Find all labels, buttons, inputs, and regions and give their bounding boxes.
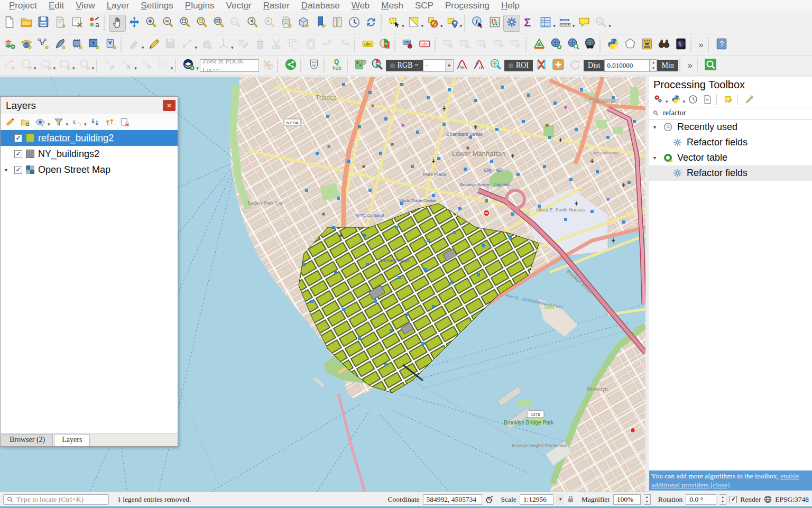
digitize-with-segment-button[interactable] — [179, 36, 196, 53]
geocoder-search-button[interactable]: Q — [593, 15, 610, 32]
remove-layer-button[interactable] — [118, 115, 132, 129]
scp-band-set-button[interactable] — [352, 57, 369, 74]
show-bookmarks-button[interactable] — [329, 15, 346, 32]
menu-raster[interactable]: Raster — [257, 1, 296, 11]
select-mesh-button[interactable] — [118, 57, 135, 74]
undo-button[interactable] — [319, 36, 336, 53]
styling-brush-button[interactable] — [4, 115, 17, 129]
filter-expression-dropdown[interactable]: ▾ — [84, 122, 87, 127]
collapse-all-button[interactable] — [103, 115, 117, 129]
layer-visibility-checkbox[interactable]: ✓ — [14, 150, 22, 158]
rotate-label-button[interactable] — [491, 36, 508, 53]
zoom-next-button[interactable] — [261, 15, 278, 32]
processing-toolbox-toggle-button[interactable] — [503, 15, 520, 32]
temporal-controller-button[interactable] — [346, 15, 363, 32]
python-dd-dropdown[interactable]: ▾ — [683, 99, 686, 104]
menu-plugins[interactable]: Plugins — [179, 1, 220, 11]
select-by-value-button[interactable] — [405, 15, 422, 32]
scp-spectral-plot-button[interactable]: % — [454, 57, 470, 74]
vertex-tool-button[interactable] — [198, 36, 215, 53]
zoom-to-layer-button[interactable] — [210, 15, 227, 32]
data-source-manager-button[interactable] — [1, 36, 18, 53]
add-virtual-layer-button[interactable] — [103, 36, 119, 53]
qgis-hub-button[interactable]: Qhub — [329, 57, 346, 74]
dock-tab-layers[interactable]: Layers — [54, 434, 90, 446]
pan-map-button[interactable] — [109, 15, 126, 32]
layout-manager-button[interactable] — [69, 15, 86, 32]
models-dropdown[interactable]: ▾ — [666, 99, 668, 104]
scp-preview-zoom-button[interactable] — [487, 57, 504, 74]
pdok-clear-button[interactable] — [259, 57, 276, 74]
show-hide-labels-button[interactable] — [457, 36, 474, 53]
magnifier-input[interactable]: 100% — [613, 494, 641, 505]
panel-splitter[interactable] — [645, 77, 649, 492]
scp-zoom-tool-button[interactable] — [702, 57, 719, 74]
scp-rgb-preview-button[interactable] — [369, 57, 386, 74]
processing-search-box[interactable]: 🔍︎ refactor — [649, 107, 812, 119]
add-regular-polygon-button[interactable] — [76, 57, 93, 74]
move-label-button[interactable] — [474, 36, 491, 53]
layer-item-Open Street Map[interactable]: ▾✓Open Street Map — [1, 162, 178, 178]
refresh-map-button[interactable] — [363, 15, 380, 32]
zoom-last-button[interactable] — [244, 15, 261, 32]
expander-icon[interactable]: ▾ — [653, 155, 659, 161]
highlight-pinned-labels-button[interactable]: abc — [417, 36, 433, 53]
layer-item-refactor_building2[interactable]: ✓refactor_building2 — [1, 130, 178, 146]
zoom-to-selection-button[interactable] — [193, 15, 210, 32]
statistical-summary-button[interactable] — [486, 15, 503, 32]
layer-item-NY_buildings2[interactable]: ✓NY_buildings2 — [1, 146, 178, 162]
save-project-button[interactable] — [35, 15, 52, 32]
edit-mesh-button[interactable] — [102, 57, 118, 74]
results-button[interactable] — [701, 93, 714, 106]
add-postgis-layer-button[interactable] — [69, 36, 86, 53]
options-button[interactable] — [743, 93, 756, 106]
expand-all-button[interactable] — [88, 115, 102, 129]
algorithm-refactor-fields[interactable]: Refactor fields — [649, 135, 812, 150]
pin-labels-button[interactable]: ab — [400, 36, 417, 53]
python-dd-button[interactable] — [670, 93, 682, 106]
models-button[interactable] — [652, 93, 665, 106]
menu-help[interactable]: Help — [495, 1, 525, 11]
processing-plugin-button[interactable] — [622, 36, 639, 53]
measure-line-button[interactable] — [557, 15, 574, 32]
menu-processing[interactable]: Processing — [439, 1, 495, 11]
select-by-location-button[interactable] — [444, 15, 461, 32]
scp-dist-input[interactable]: 0.010000 — [604, 59, 650, 72]
save-layer-edits-button[interactable] — [162, 36, 179, 53]
scp-create-roi-button[interactable] — [550, 57, 567, 74]
scale-dropdown-arrow[interactable]: ▼ — [557, 494, 564, 505]
share-plugin-button[interactable] — [282, 57, 299, 74]
pdok-services-button[interactable] — [180, 57, 197, 74]
pin-unpin-labels-button[interactable] — [440, 36, 457, 53]
python-console-button[interactable] — [605, 36, 622, 53]
redo-button[interactable] — [336, 36, 353, 53]
scp-rgb-combo[interactable]: -▼ — [423, 59, 454, 72]
show-sum-button[interactable]: Σ — [520, 15, 537, 32]
lock-icon[interactable] — [567, 495, 574, 503]
menu-scp[interactable]: SCP — [409, 1, 439, 11]
locate-search-input[interactable]: Type to locate (Ctrl+K) — [3, 494, 109, 505]
menu-database[interactable]: Database — [296, 1, 346, 11]
epsg-code[interactable]: EPSG:3748 — [775, 495, 809, 504]
edit-inplace-button[interactable] — [722, 93, 735, 106]
toolbar-overflow-2[interactable]: » — [685, 61, 696, 70]
filter-legend-dropdown[interactable]: ▾ — [66, 122, 69, 127]
add-circular-string-button[interactable] — [1, 57, 18, 74]
menu-settings[interactable]: Settings — [135, 1, 179, 11]
open-project-button[interactable] — [18, 15, 35, 32]
grass-tools-button[interactable] — [531, 36, 548, 53]
menu-mesh[interactable]: Mesh — [375, 1, 409, 11]
menu-layer[interactable]: Layer — [101, 1, 135, 11]
scale-combo[interactable]: 1:12956 — [520, 494, 553, 505]
current-edits-button[interactable] — [126, 36, 143, 53]
search-layers-plugin-button[interactable] — [656, 36, 672, 53]
scp-dist-input-spinner[interactable]: ▲▼ — [650, 59, 657, 72]
select-features-button[interactable] — [386, 15, 403, 32]
add-raster-layer-button[interactable] — [86, 36, 103, 53]
change-label-button[interactable] — [508, 36, 524, 53]
layer-diagram-button[interactable] — [376, 36, 393, 53]
tree-group-recently-used[interactable]: ▾Recently used — [649, 119, 812, 135]
identify-features-button[interactable]: i — [469, 15, 486, 32]
crs-globe-icon[interactable] — [764, 495, 772, 503]
add-wms-layer-button[interactable] — [18, 36, 35, 53]
